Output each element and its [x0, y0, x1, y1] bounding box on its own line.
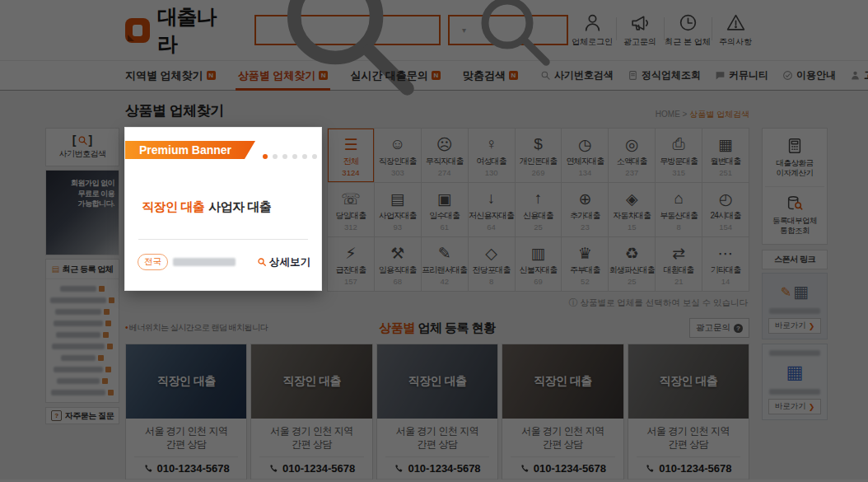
category-cell[interactable]: ◇ 전당포대출 8 [469, 237, 515, 291]
premium-banner[interactable]: Premium Banner [125, 128, 321, 290]
pagination-dot[interactable] [273, 154, 278, 159]
category-cell[interactable]: ☹ 무직자대출 274 [422, 129, 468, 182]
recent-company-item-blurred[interactable] [50, 285, 114, 292]
category-cell[interactable]: ⎙ 무방문대출 315 [656, 129, 702, 182]
caution-link[interactable]: 주의사항 [712, 12, 759, 48]
community-link[interactable]: 커뮤니티 [715, 68, 768, 82]
fraud-number-search-box[interactable]: [ ] 사기번호검색 [45, 128, 119, 166]
blurred-company-name [55, 309, 101, 315]
nav-realtime-inquiry[interactable]: 실시간 대출문의 N [350, 61, 441, 90]
company-card[interactable]: 직장인 대출 서울 경기 인천 지역 간편 상담 010-1234-5678 [250, 344, 372, 480]
category-cell[interactable]: ▥ 신불자대출 69 [516, 237, 562, 291]
recent-company-item-blurred[interactable] [50, 389, 114, 395]
nav-region-search[interactable]: 지역별 업체찾기 N [125, 61, 216, 90]
customer-center-link[interactable]: 고객센터 [850, 68, 868, 82]
ad-inquiry-button[interactable]: 광고문의 ? [689, 318, 749, 338]
category-cell[interactable]: ▣ 일수대출 61 [422, 183, 468, 236]
faq-button[interactable]: ? 자주묻는 질문 [45, 407, 119, 424]
nav-custom-search[interactable]: 맞춤검색 N [463, 61, 518, 90]
company-card-photo: 직장인 대출 [502, 344, 623, 419]
recent-company-item-blurred[interactable] [50, 297, 114, 303]
recent-company-item-blurred[interactable] [50, 366, 114, 372]
sponsor-ad[interactable]: ✎▦ 바로가기❯ [762, 273, 828, 339]
free-signup-promo-banner[interactable]: 회원가입 없이 무료로 이용 가능합니다. [45, 170, 119, 255]
card-phone[interactable]: 010-1234-5678 [259, 456, 363, 479]
category-cell[interactable]: ☰ 전체 3124 [328, 129, 374, 182]
category-cell[interactable]: ☺ 직장인대출 303 [375, 129, 421, 182]
company-card[interactable]: 직장인 대출 서울 경기 인천 지역 간편 상담 010-1234-5678 [502, 344, 623, 480]
category-label: 24시대출 [710, 210, 740, 222]
brand-logo[interactable]: 대출나라 [125, 3, 233, 58]
pagination-dot[interactable] [292, 154, 297, 159]
recent-company-item-blurred[interactable] [50, 320, 114, 326]
category-cell[interactable]: ✎ 프리랜서대출 42 [422, 237, 468, 291]
category-cell[interactable]: ⇄ 대환대출 21 [656, 237, 702, 291]
card-phone[interactable]: 010-1234-5678 [637, 456, 740, 479]
category-cell[interactable]: ◴ 24시대출 154 [702, 183, 749, 236]
ad-inquiry-link[interactable]: 광고문의 [616, 12, 664, 48]
search-icon[interactable] [267, 0, 432, 112]
category-icon: ✎ [438, 243, 451, 264]
pagination-dot[interactable] [282, 154, 287, 159]
banner-detail-link[interactable]: 상세보기 [257, 255, 310, 269]
recent-company-item-blurred[interactable] [50, 308, 114, 315]
help-icon: ? [734, 324, 743, 333]
category-cell[interactable]: ◈ 자동차대출 15 [609, 183, 655, 236]
category-cell[interactable]: ⋯ 기타대출 14 [702, 237, 749, 291]
blurred-company-name [52, 344, 105, 349]
company-card[interactable]: 직장인 대출 서울 경기 인천 지역 간편 상담 010-1234-5678 [376, 344, 498, 480]
recent-company-item-blurred[interactable] [50, 377, 114, 384]
clock-icon [678, 12, 698, 33]
pagination-dot[interactable] [302, 154, 307, 159]
pagination-dot[interactable] [263, 154, 268, 159]
category-icon: ⎙ [673, 134, 685, 155]
card-phone[interactable]: 010-1234-5678 [134, 456, 238, 479]
category-cell[interactable]: ♀ 여성대출 130 [469, 129, 515, 182]
usage-guide-link[interactable]: 이용안내 [782, 68, 836, 82]
category-label: 여성대출 [476, 156, 506, 167]
category-cell[interactable]: ↑ 신용대출 25 [516, 183, 562, 236]
chevron-down-icon[interactable]: ▾ [462, 26, 466, 35]
loan-interest-calculator-link[interactable]: 대출상환금이자계산기 [765, 137, 824, 179]
company-search-input[interactable] [457, 24, 460, 37]
category-cell[interactable]: ⌂ 부동산대출 8 [656, 183, 702, 236]
recent-companies-box: ▤ 최근 등록 업체 [45, 259, 119, 403]
category-icon: ▣ [437, 189, 452, 209]
card-phone[interactable]: 010-1234-5678 [385, 456, 489, 479]
blurred-company-name [60, 286, 96, 292]
recent-company-item-blurred[interactable] [50, 343, 114, 349]
company-card[interactable]: 직장인 대출 서울 경기 인천 지역 간편 상담 010-1234-5678 [628, 344, 749, 480]
pagination-dot[interactable] [312, 154, 317, 159]
category-cell[interactable]: ▦ 월변대출 251 [702, 129, 749, 182]
registered-lender-lookup-link[interactable]: 등록대부업체통합조회 [765, 186, 824, 236]
company-login-link[interactable]: 업체로그인 [568, 12, 616, 48]
category-cell[interactable]: ▤ 사업자대출 93 [375, 183, 421, 236]
card-phone[interactable]: 010-1234-5678 [511, 456, 614, 479]
info-icon: ⓘ [568, 297, 577, 309]
sponsor-ad[interactable]: ▦ 바로가기❯ [762, 344, 828, 420]
category-cell[interactable]: ♛ 주부대출 52 [562, 237, 608, 291]
category-cell[interactable]: ☏ 당일대출 312 [328, 183, 374, 236]
nav-product-search[interactable]: 상품별 업체찾기 N [238, 61, 329, 90]
category-cell[interactable]: ◎ 소액대출 237 [609, 129, 655, 182]
category-cell[interactable]: ↓ 저신용자대출 64 [469, 183, 515, 236]
category-cell[interactable]: ⊕ 추가대출 23 [562, 183, 608, 236]
new-badge [108, 390, 114, 395]
category-cell[interactable]: ⚡ 급전대출 157 [328, 237, 374, 291]
category-cell[interactable]: ◷ 연체자대출 134 [562, 129, 608, 182]
shortcut-button[interactable]: 바로가기❯ [768, 318, 822, 334]
global-search-box [254, 15, 441, 45]
card-description: 서울 경기 인천 지역 간편 상담 [628, 419, 749, 456]
category-icon: ◈ [626, 189, 638, 209]
fraud-number-search-link[interactable]: 사기번호검색 [540, 68, 614, 82]
shortcut-button[interactable]: 바로가기❯ [768, 399, 822, 414]
recently-viewed-link[interactable]: 최근 본 업체 [664, 12, 712, 48]
company-card[interactable]: 직장인 대출 서울 경기 인천 지역 간편 상담 010-1234-5678 [125, 344, 247, 480]
category-cell[interactable]: ⚒ 일용직대출 68 [375, 237, 421, 291]
category-cell[interactable]: $ 개인돈대출 269 [516, 129, 562, 182]
licensed-company-lookup-link[interactable]: 정식업체조회 [628, 68, 701, 82]
category-cell[interactable]: ♻ 회생파산대출 25 [609, 237, 655, 291]
recent-company-item-blurred[interactable] [50, 354, 114, 361]
recent-company-item-blurred[interactable] [50, 331, 114, 338]
breadcrumb-home[interactable]: HOME [656, 110, 680, 119]
